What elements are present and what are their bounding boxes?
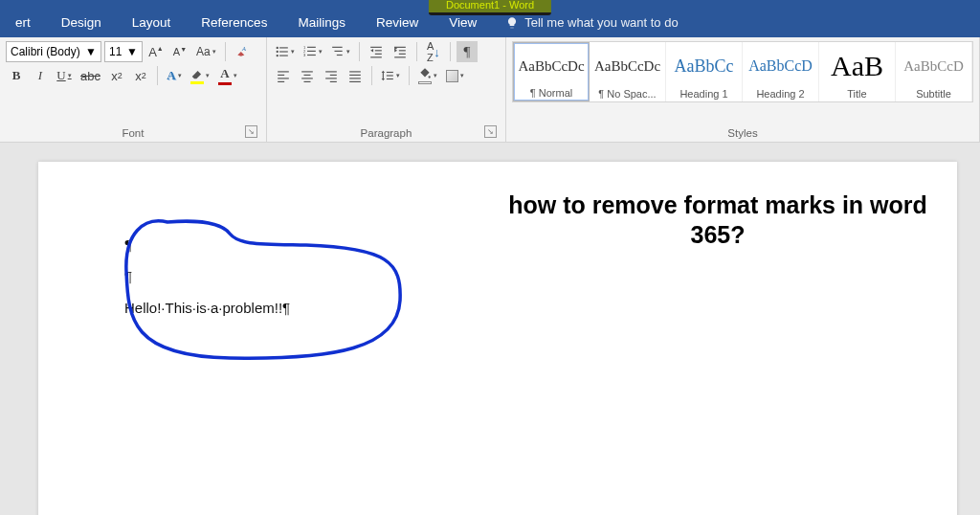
svg-rect-24: [278, 71, 289, 72]
svg-rect-10: [307, 51, 316, 52]
align-right-button[interactable]: [321, 65, 342, 86]
align-left-icon: [277, 69, 290, 82]
style-tile-subtitle[interactable]: AaBbCcDSubtitle: [896, 42, 972, 101]
style-name-label: Title: [847, 88, 866, 100]
numbering-button[interactable]: 123▾: [301, 41, 325, 62]
document-canvas[interactable]: ¶ ¶ Hello!·This·is·a·problem!!¶ how to r…: [0, 143, 980, 515]
style-name-label: Subtitle: [916, 88, 951, 100]
separator: [371, 66, 372, 85]
style-sample: AaBbCcD: [748, 44, 813, 88]
justify-button[interactable]: [345, 65, 366, 86]
window-title-pill: Document1 - Word: [429, 0, 551, 15]
subscript-button[interactable]: x2: [106, 65, 127, 86]
tab-review[interactable]: Review: [361, 10, 434, 35]
titlebar: Document1 - Word: [0, 0, 980, 8]
style-sample: AaBbCcDc: [594, 44, 660, 88]
line-spacing-button[interactable]: ▾: [378, 65, 403, 86]
align-center-button[interactable]: [297, 65, 318, 86]
group-styles-label: Styles: [512, 125, 973, 142]
svg-rect-23: [394, 56, 406, 57]
tab-layout[interactable]: Layout: [117, 10, 187, 35]
font-color-button[interactable]: A▾: [215, 65, 240, 86]
underline-button[interactable]: U▾: [54, 65, 75, 86]
style-name-label: Heading 1: [679, 88, 727, 100]
page[interactable]: ¶ ¶ Hello!·This·is·a·problem!!¶ how to r…: [38, 162, 957, 515]
borders-button[interactable]: ▾: [443, 65, 467, 86]
font-name-value: Calibri (Body): [11, 45, 80, 58]
font-name-combo[interactable]: Calibri (Body)▼: [6, 41, 101, 62]
svg-rect-42: [387, 78, 393, 79]
svg-rect-36: [349, 71, 361, 72]
sort-button[interactable]: AZ↓: [423, 41, 444, 62]
style-name-label: ¶ No Spac...: [598, 88, 656, 100]
tab-mailings[interactable]: Mailings: [282, 10, 361, 35]
paragraph-dialog-launcher[interactable]: ↘: [484, 125, 497, 138]
shading-button[interactable]: ▾: [415, 65, 440, 86]
svg-rect-40: [387, 72, 393, 73]
svg-text:A: A: [241, 45, 246, 52]
increase-indent-button[interactable]: [390, 41, 411, 62]
svg-rect-38: [349, 78, 361, 78]
separator: [359, 42, 360, 61]
align-left-button[interactable]: [273, 65, 294, 86]
svg-rect-17: [375, 50, 382, 51]
font-color-swatch: [218, 82, 232, 85]
highlighter-icon: [190, 67, 204, 80]
italic-button[interactable]: I: [30, 65, 51, 86]
justify-icon: [348, 69, 362, 82]
separator: [409, 66, 410, 85]
shading-swatch: [418, 81, 432, 84]
separator: [416, 42, 417, 61]
svg-rect-21: [399, 50, 406, 51]
eraser-a-icon: A: [235, 45, 249, 58]
superscript-button[interactable]: x2: [130, 65, 151, 86]
svg-rect-26: [278, 78, 289, 78]
ribbon: Calibri (Body)▼ 11▼ A▲ A▼ Aa▾ A B I U▾ a…: [0, 37, 980, 143]
svg-rect-4: [279, 51, 288, 52]
style-name-label: ¶ Normal: [530, 87, 572, 99]
strikethrough-button[interactable]: abc: [78, 65, 103, 86]
font-dialog-launcher[interactable]: ↘: [245, 125, 257, 138]
group-styles: AaBbCcDc¶ NormalAaBbCcDc¶ No Spac...AaBb…: [506, 37, 980, 142]
svg-rect-12: [307, 55, 316, 56]
svg-point-3: [276, 51, 278, 53]
multilevel-list-button[interactable]: ▾: [328, 41, 353, 62]
group-paragraph: ▾ 123▾ ▾ AZ↓ ¶ ▾ ▾ ▾: [267, 37, 506, 142]
highlight-button[interactable]: ▾: [188, 65, 212, 86]
clear-formatting-button[interactable]: A: [232, 41, 253, 62]
separator: [225, 42, 226, 61]
shrink-font-button[interactable]: A▼: [169, 41, 190, 62]
tab-design[interactable]: Design: [46, 10, 117, 35]
show-hide-marks-button[interactable]: ¶: [457, 41, 478, 62]
separator: [450, 42, 451, 61]
text-effects-button[interactable]: A▾: [164, 65, 185, 86]
grow-font-button[interactable]: A▲: [145, 41, 167, 62]
tell-me-label: Tell me what you want to do: [524, 15, 678, 30]
tab-references[interactable]: References: [186, 10, 282, 35]
bold-button[interactable]: B: [6, 65, 27, 86]
tell-me-search[interactable]: Tell me what you want to do: [505, 15, 678, 30]
font-size-combo[interactable]: 11▼: [104, 41, 143, 62]
style-tile-heading-1[interactable]: AaBbCcHeading 1: [666, 42, 743, 101]
style-tile--normal[interactable]: AaBbCcDc¶ Normal: [513, 42, 590, 101]
style-sample: AaBbCc: [675, 44, 734, 88]
svg-rect-22: [399, 54, 406, 55]
separator: [157, 66, 158, 85]
change-case-button[interactable]: Aa▾: [193, 41, 219, 62]
style-tile-title[interactable]: AaBTitle: [819, 42, 896, 101]
style-sample: AaBbCcD: [903, 44, 964, 88]
group-font: Calibri (Body)▼ 11▼ A▲ A▼ Aa▾ A B I U▾ a…: [0, 37, 267, 142]
line-spacing-icon: [381, 69, 394, 82]
bullets-button[interactable]: ▾: [273, 41, 298, 62]
style-tile-heading-2[interactable]: AaBbCcDHeading 2: [743, 42, 819, 101]
svg-rect-41: [387, 75, 393, 76]
indent-icon: [393, 45, 407, 58]
numbering-icon: 123: [303, 45, 317, 58]
group-paragraph-label: Paragraph ↘: [273, 125, 500, 142]
decrease-indent-button[interactable]: [366, 41, 387, 62]
style-sample: AaB: [831, 44, 883, 88]
tab-insert-partial[interactable]: ert: [0, 10, 46, 35]
svg-rect-25: [278, 75, 284, 76]
align-right-icon: [324, 69, 338, 82]
style-tile--no-spac-[interactable]: AaBbCcDc¶ No Spac...: [590, 42, 666, 101]
